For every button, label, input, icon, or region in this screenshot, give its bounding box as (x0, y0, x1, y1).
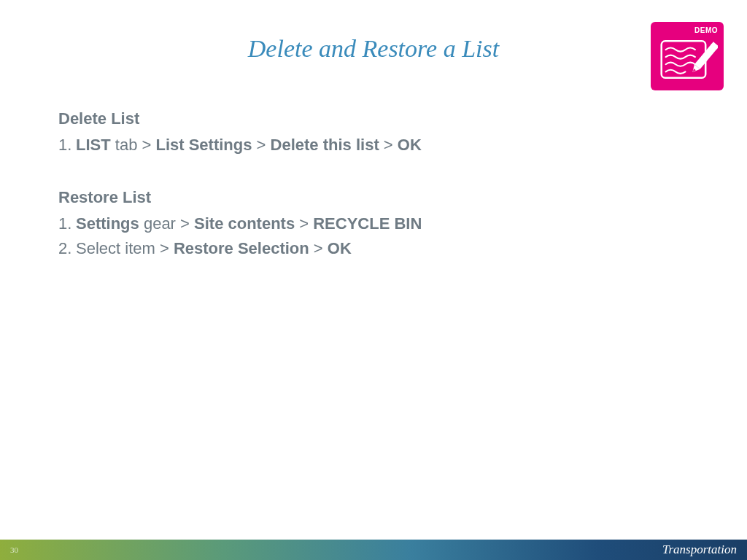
slide: Delete and Restore a List DEMO Delete Li… (0, 0, 747, 560)
step-text: LIST tab > List Settings > Delete this l… (76, 133, 422, 158)
step-number: 1. (58, 211, 76, 236)
restore-step-1: 1. Settings gear > Site contents > RECYC… (58, 211, 613, 236)
delete-step-1: 1. LIST tab > List Settings > Delete thi… (58, 133, 613, 158)
restore-step-2: 2. Select item > Restore Selection > OK (58, 236, 613, 261)
demo-badge: DEMO (651, 22, 724, 90)
footer-bar: 30 Transportation (0, 540, 747, 560)
step-text: Settings gear > Site contents > RECYCLE … (76, 211, 422, 236)
step-number: 1. (58, 133, 76, 158)
slide-title: Delete and Restore a List (0, 35, 747, 63)
page-number: 30 (10, 545, 18, 554)
delete-heading: Delete List (58, 106, 613, 131)
notepad-pencil-icon (657, 34, 718, 85)
footer-brand: Transportation (662, 542, 737, 557)
demo-badge-label: DEMO (657, 26, 718, 34)
slide-body: Delete List 1. LIST tab > List Settings … (58, 106, 613, 261)
step-number: 2. (58, 236, 76, 261)
step-text: Select item > Restore Selection > OK (76, 236, 352, 261)
restore-heading: Restore List (58, 185, 613, 210)
